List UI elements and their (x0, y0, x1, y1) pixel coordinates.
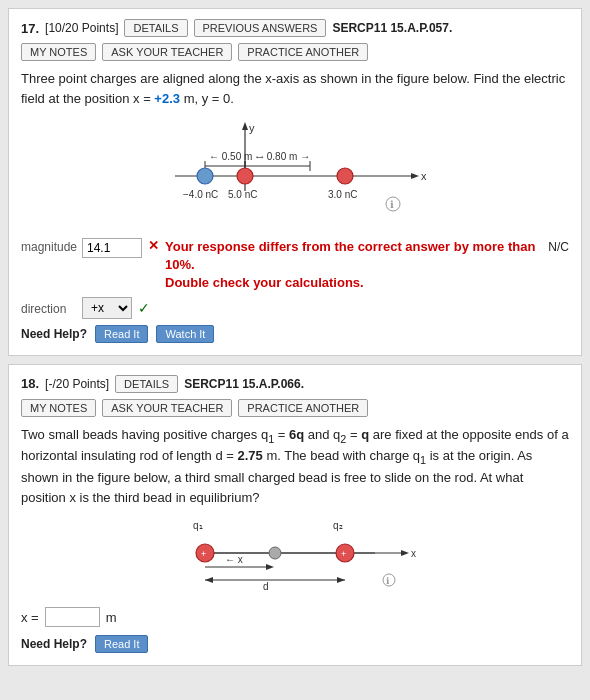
q18-practice-button[interactable]: PRACTICE ANOTHER (238, 399, 368, 417)
svg-marker-4 (411, 173, 419, 179)
svg-point-14 (197, 168, 213, 184)
q17-svg: y x ← 0.50 m → ← 0.80 m → −4.0 nC 5.0 nC (145, 116, 445, 226)
magnitude-label: magnitude (21, 238, 76, 254)
svg-text:5.0 nC: 5.0 nC (228, 189, 257, 200)
svg-marker-37 (337, 577, 345, 583)
q17-x-val: +2.3 (154, 91, 180, 106)
svg-text:+: + (341, 549, 346, 559)
error-icon: ✕ (148, 238, 159, 253)
question-18-block: 18. [-/20 Points] DETAILS SERCP11 15.A.P… (8, 364, 582, 667)
svg-text:x: x (421, 170, 427, 182)
q17-practice-button[interactable]: PRACTICE ANOTHER (238, 43, 368, 61)
q17-action-row: MY NOTES ASK YOUR TEACHER PRACTICE ANOTH… (21, 43, 569, 61)
svg-text:← x: ← x (225, 554, 243, 565)
q18-serial: SERCP11 15.A.P.066. (184, 377, 304, 391)
q17-number: 17. (21, 21, 39, 36)
q17-direction-row: direction +x -x +y -y ✓ (21, 297, 569, 319)
q17-points: [10/20 Points] (45, 21, 118, 35)
svg-marker-33 (266, 564, 274, 570)
svg-marker-1 (242, 122, 248, 130)
q17-prev-answers-button[interactable]: PREVIOUS ANSWERS (194, 19, 327, 37)
q18-x-label: x = (21, 610, 39, 625)
q18-problem-text: Two small beads having positive charges … (21, 425, 569, 508)
svg-text:q₂: q₂ (333, 520, 343, 531)
q17-teacher-button[interactable]: ASK YOUR TEACHER (102, 43, 232, 61)
svg-text:ℹ: ℹ (390, 199, 394, 210)
q18-svg: q₁ q₂ x + + ← x d (155, 515, 435, 595)
unit-label: N/C (548, 238, 569, 254)
svg-text:q₁: q₁ (193, 520, 203, 531)
q18-answer-row: x = m (21, 607, 569, 627)
q18-need-help-row: Need Help? Read It (21, 635, 569, 653)
direction-label: direction (21, 300, 76, 316)
svg-text:−4.0 nC: −4.0 nC (183, 189, 218, 200)
q17-header: 17. [10/20 Points] DETAILS PREVIOUS ANSW… (21, 19, 569, 37)
q17-notes-button[interactable]: MY NOTES (21, 43, 96, 61)
svg-text:+: + (201, 549, 206, 559)
q17-problem-text: Three point charges are aligned along th… (21, 69, 569, 108)
q18-x-unit: m (106, 610, 117, 625)
svg-point-16 (237, 168, 253, 184)
svg-text:d: d (263, 581, 269, 592)
svg-marker-26 (401, 550, 409, 556)
q18-header: 18. [-/20 Points] DETAILS SERCP11 15.A.P… (21, 375, 569, 393)
error-message: Your response differs from the correct a… (165, 238, 542, 293)
q18-points: [-/20 Points] (45, 377, 109, 391)
q18-x-input[interactable] (45, 607, 100, 627)
q17-read-it-button[interactable]: Read It (95, 325, 148, 343)
q18-details-button[interactable]: DETAILS (115, 375, 178, 393)
svg-point-18 (337, 168, 353, 184)
svg-text:ℹ: ℹ (386, 576, 390, 586)
svg-text:3.0 nC: 3.0 nC (328, 189, 357, 200)
q17-need-help-label: Need Help? (21, 327, 87, 341)
q17-magnitude-row: magnitude ✕ Your response differs from t… (21, 238, 569, 293)
svg-text:x: x (411, 548, 416, 559)
q17-serial: SERCP11 15.A.P.057. (332, 21, 452, 35)
svg-point-40 (383, 574, 395, 586)
svg-text:y: y (249, 122, 255, 134)
q18-action-row: MY NOTES ASK YOUR TEACHER PRACTICE ANOTH… (21, 399, 569, 417)
svg-marker-36 (205, 577, 213, 583)
q18-need-help-label: Need Help? (21, 637, 87, 651)
magnitude-input[interactable] (82, 238, 142, 258)
q17-watch-it-button[interactable]: Watch It (156, 325, 214, 343)
q18-teacher-button[interactable]: ASK YOUR TEACHER (102, 399, 232, 417)
check-icon: ✓ (138, 300, 150, 316)
svg-point-39 (269, 547, 281, 559)
q18-number: 18. (21, 376, 39, 391)
q18-notes-button[interactable]: MY NOTES (21, 399, 96, 417)
q18-figure: q₁ q₂ x + + ← x d (21, 515, 569, 595)
q17-details-button[interactable]: DETAILS (124, 19, 187, 37)
q17-figure: y x ← 0.50 m → ← 0.80 m → −4.0 nC 5.0 nC (21, 116, 569, 226)
svg-text:← 0.80 m →: ← 0.80 m → (254, 151, 310, 162)
q18-read-it-button[interactable]: Read It (95, 635, 148, 653)
question-17-block: 17. [10/20 Points] DETAILS PREVIOUS ANSW… (8, 8, 582, 356)
direction-select[interactable]: +x -x +y -y (82, 297, 132, 319)
q17-need-help-row: Need Help? Read It Watch It (21, 325, 569, 343)
